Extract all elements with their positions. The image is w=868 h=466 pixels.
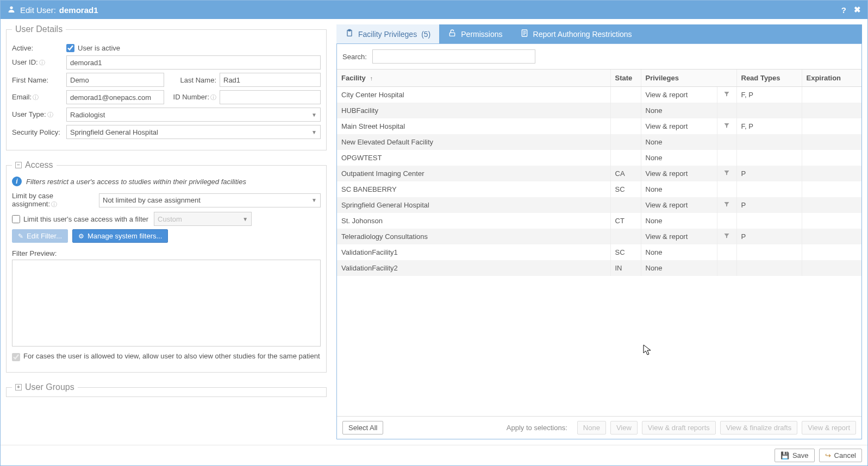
help-button[interactable]: ? (841, 5, 846, 15)
report-icon (520, 29, 529, 39)
privileges-cell: View & report (641, 166, 717, 181)
filter-cell[interactable] (717, 166, 736, 181)
tab-facility-count: (5) (421, 30, 430, 39)
filter-cell[interactable] (717, 181, 736, 197)
privileges-cell: None (641, 134, 717, 150)
tab-report-restrictions[interactable]: Report Authoring Restrictions (511, 24, 641, 43)
active-checkbox-label: User is active (78, 44, 120, 52)
access-info-text: Filters restrict a user's access to stud… (26, 178, 246, 186)
filter-cell[interactable] (717, 118, 736, 134)
expiration-cell (802, 229, 861, 244)
filter-select: Custom ▼ (154, 212, 252, 226)
table-row[interactable]: HUBFacilityNone (337, 103, 861, 118)
user-id-input[interactable] (66, 55, 321, 70)
table-row[interactable]: ValidationFacility2INNone (337, 260, 861, 276)
user-id-label: User ID: (12, 58, 38, 66)
last-name-input[interactable] (220, 73, 321, 87)
gear-icon: ⚙ (78, 232, 84, 240)
table-row[interactable]: City Center HospitalView & reportF, P (337, 87, 861, 103)
save-button[interactable]: 💾 Save (775, 449, 815, 462)
filter-icon (723, 91, 730, 99)
view-same-patient-label: For cases the user is allowed to view, a… (23, 352, 320, 360)
caret-down-icon: ▼ (311, 112, 317, 118)
table-row[interactable]: OPGWTESTNone (337, 150, 861, 166)
facility-cell: City Center Hospital (337, 87, 610, 103)
read-types-cell: P (736, 197, 802, 213)
table-row[interactable]: ValidationFacility1SCNone (337, 244, 861, 260)
help-icon[interactable]: ⓘ (210, 94, 216, 100)
filter-cell[interactable] (717, 197, 736, 213)
expiration-cell (802, 134, 861, 150)
security-policy-select[interactable]: Springfield General Hospital ▼ (66, 125, 321, 139)
filter-cell[interactable] (717, 87, 736, 103)
table-row[interactable]: SC BANEBERRYSCNone (337, 181, 861, 197)
filter-icon (723, 201, 730, 209)
facility-cell: Teleradiology Consultations (337, 229, 610, 244)
tab-permissions[interactable]: Permissions (439, 24, 511, 43)
table-row[interactable]: Outpatient Imaging CenterCAView & report… (337, 166, 861, 181)
privileges-cell: View & report (641, 87, 717, 103)
id-number-input[interactable] (220, 90, 321, 104)
limit-case-select[interactable]: Not limited by case assignment ▼ (99, 193, 321, 207)
col-read-types[interactable]: Read Types (736, 70, 802, 87)
tab-facility-privileges[interactable]: Facility Privileges (5) (336, 24, 439, 43)
user-type-select[interactable]: Radiologist ▼ (66, 108, 321, 122)
cancel-button[interactable]: ↪ Cancel (819, 449, 862, 462)
col-privileges[interactable]: Privileges (641, 70, 736, 87)
user-type-label: User Type: (12, 110, 46, 118)
filter-cell[interactable] (717, 260, 736, 276)
pencil-icon: ✎ (18, 232, 23, 240)
user-details-legend: User Details (12, 24, 66, 34)
apply-view-finalize-drafts-button: View & finalize drafts (720, 421, 797, 434)
active-checkbox[interactable]: User is active (66, 44, 120, 52)
user-icon (7, 5, 16, 15)
manage-system-filters-button[interactable]: ⚙ Manage system filters... (72, 229, 168, 243)
filter-cell[interactable] (717, 229, 736, 244)
filter-cell[interactable] (717, 244, 736, 260)
privileges-cell: None (641, 181, 717, 197)
read-types-cell (736, 181, 802, 197)
col-expiration[interactable]: Expiration (802, 70, 861, 87)
svg-rect-3 (450, 33, 455, 36)
expiration-cell (802, 197, 861, 213)
filter-cell[interactable] (717, 103, 736, 118)
email-input[interactable] (66, 90, 164, 104)
help-icon[interactable]: ⓘ (51, 201, 57, 207)
help-icon[interactable]: ⓘ (47, 111, 53, 118)
svg-point-0 (10, 6, 13, 9)
filter-cell[interactable] (717, 150, 736, 166)
tab-report-label: Report Authoring Restrictions (533, 30, 632, 39)
facility-search-input[interactable] (372, 49, 535, 64)
facility-privileges-panel: Search: Facility ↑ State (336, 43, 862, 439)
table-row[interactable]: Main Street HospitalView & reportF, P (337, 118, 861, 134)
limit-case-value: Not limited by case assignment (103, 196, 201, 204)
read-types-cell (736, 244, 802, 260)
first-name-input[interactable] (66, 73, 164, 87)
table-row[interactable]: St. JohonsonCTNone (337, 213, 861, 229)
last-name-label: Last Name: (173, 76, 216, 84)
limit-filter-checkbox[interactable]: Limit this user's case access with a fil… (12, 215, 148, 223)
table-row[interactable]: Teleradiology ConsultationsView & report… (337, 229, 861, 244)
filter-cell[interactable] (717, 213, 736, 229)
col-facility[interactable]: Facility ↑ (337, 70, 610, 87)
col-state[interactable]: State (610, 70, 641, 87)
state-cell (610, 118, 641, 134)
expiration-cell (802, 260, 861, 276)
user-groups-legend[interactable]: + User Groups (12, 382, 78, 392)
security-policy-label: Security Policy: (12, 128, 66, 136)
help-icon[interactable]: ⓘ (39, 59, 45, 66)
facility-table: Facility ↑ State Privileges Read Types E… (337, 69, 861, 276)
facility-panel-footer: Select All Apply to selections: NoneView… (337, 416, 861, 439)
info-icon: i (12, 177, 22, 186)
facility-cell: ValidationFacility2 (337, 260, 610, 276)
filter-cell[interactable] (717, 134, 736, 150)
select-all-button[interactable]: Select All (342, 421, 383, 434)
privileges-cell: None (641, 103, 717, 118)
state-cell (610, 197, 641, 213)
close-button[interactable]: ✖ (854, 5, 861, 15)
table-row[interactable]: Springfield General HospitalView & repor… (337, 197, 861, 213)
help-icon[interactable]: ⓘ (33, 94, 39, 100)
access-legend[interactable]: − Access (12, 160, 57, 170)
facility-cell: ValidationFacility1 (337, 244, 610, 260)
table-row[interactable]: New Elevated Default FacilityNone (337, 134, 861, 150)
